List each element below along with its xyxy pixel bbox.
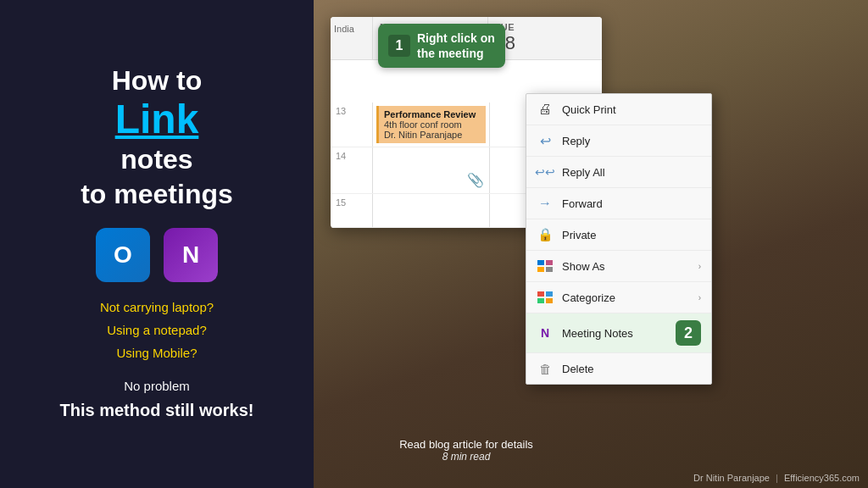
menu-reply[interactable]: ↩ Reply bbox=[526, 125, 711, 157]
show-as-arrow: › bbox=[698, 262, 701, 271]
read-time: 8 min read bbox=[331, 451, 602, 463]
slot-14-mon: 📎 bbox=[373, 147, 489, 193]
svg-rect-0 bbox=[537, 260, 544, 265]
step1-number: 1 bbox=[388, 35, 410, 57]
meeting-notes-icon: N bbox=[537, 324, 554, 341]
title-how: How to bbox=[112, 64, 203, 97]
private-label: Private bbox=[562, 229, 701, 241]
lock-icon: 🔒 bbox=[537, 226, 554, 243]
delete-icon: 🗑 bbox=[537, 360, 554, 377]
time-col-header: India bbox=[331, 17, 373, 59]
bottom-text: No problem This method still works! bbox=[60, 376, 254, 424]
read-blog-text: Read blog article for details bbox=[331, 438, 602, 451]
show-as-label: Show As bbox=[562, 260, 690, 273]
step2-badge: 2 bbox=[676, 320, 701, 346]
menu-delete[interactable]: 🗑 Delete bbox=[526, 353, 711, 384]
svg-rect-2 bbox=[537, 267, 544, 272]
menu-meeting-notes[interactable]: N Meeting Notes 2 bbox=[526, 313, 711, 353]
menu-private[interactable]: 🔒 Private bbox=[526, 219, 711, 251]
app-icons: O N bbox=[96, 228, 218, 282]
title-notes-meetings: notes to meetings bbox=[81, 142, 233, 213]
time-13: 13 bbox=[331, 103, 373, 147]
menu-categorize[interactable]: Categorize › bbox=[526, 282, 711, 313]
read-blog-section: Read blog article for details 8 min read bbox=[331, 438, 602, 463]
right-panel: India MONDAY 27 TUE 28 1 Right click ont… bbox=[314, 0, 868, 488]
left-panel: How to Link notes to meetings O N Not ca… bbox=[0, 0, 314, 488]
reply-all-icon: ↩↩ bbox=[537, 164, 554, 180]
svg-rect-3 bbox=[546, 267, 553, 272]
svg-rect-1 bbox=[546, 260, 553, 265]
show-as-icon bbox=[537, 258, 554, 274]
meeting-notes-label: Meeting Notes bbox=[562, 327, 667, 340]
print-icon: 🖨 bbox=[537, 101, 554, 118]
svg-rect-5 bbox=[546, 291, 553, 297]
step1-text: Right click onthe meeting bbox=[417, 30, 495, 61]
categorize-label: Categorize bbox=[562, 291, 690, 304]
categorize-icon bbox=[537, 289, 554, 306]
subtitle-text: Not carrying laptop? Using a notepad? Us… bbox=[100, 296, 214, 364]
reply-all-label: Reply All bbox=[562, 166, 701, 179]
paperclip-icon: 📎 bbox=[467, 172, 484, 188]
quick-print-label: Quick Print bbox=[562, 103, 701, 116]
title-link: Link bbox=[115, 97, 199, 142]
step1-badge: 1 Right click onthe meeting bbox=[378, 24, 505, 68]
slot-clip: 📎 bbox=[375, 149, 487, 191]
slot-15-mon bbox=[373, 194, 489, 227]
meeting-event[interactable]: Performance Review 4th floor conf room D… bbox=[376, 106, 486, 143]
time-14: 14 bbox=[331, 147, 373, 193]
menu-quick-print[interactable]: 🖨 Quick Print bbox=[526, 94, 711, 125]
categorize-arrow: › bbox=[698, 293, 701, 302]
menu-forward[interactable]: → Forward bbox=[526, 188, 711, 219]
svg-rect-6 bbox=[537, 298, 544, 303]
forward-icon: → bbox=[537, 195, 554, 212]
reply-label: Reply bbox=[562, 135, 701, 147]
slot-13-mon: Performance Review 4th floor conf room D… bbox=[373, 103, 489, 147]
reply-icon: ↩ bbox=[537, 132, 554, 149]
menu-reply-all[interactable]: ↩↩ Reply All bbox=[526, 157, 711, 188]
svg-rect-7 bbox=[546, 298, 553, 303]
menu-show-as[interactable]: Show As › bbox=[526, 251, 711, 282]
forward-label: Forward bbox=[562, 197, 701, 210]
time-15: 15 bbox=[331, 194, 373, 227]
onenote-icon: N bbox=[164, 228, 218, 282]
delete-label: Delete bbox=[562, 363, 701, 375]
footer: Dr Nitin Paranjape | Efficiency365.com bbox=[693, 473, 860, 483]
outlook-icon: O bbox=[96, 228, 150, 282]
context-menu: 🖨 Quick Print ↩ Reply ↩↩ Reply All → For… bbox=[526, 93, 712, 385]
svg-rect-4 bbox=[537, 291, 544, 297]
